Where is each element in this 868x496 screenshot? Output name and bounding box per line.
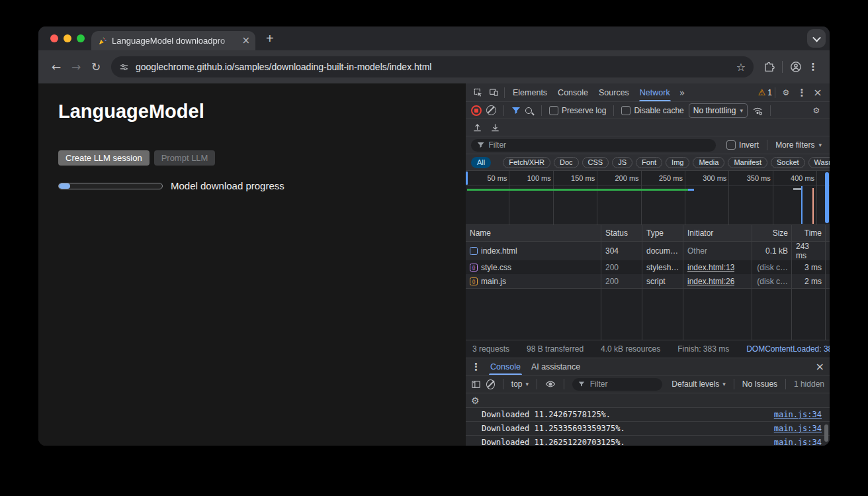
prompt-llm-button[interactable]: Prompt LLM — [154, 150, 216, 166]
close-window-button[interactable] — [50, 34, 58, 42]
chip-css[interactable]: CSS — [582, 157, 609, 168]
tab-elements[interactable]: Elements — [507, 83, 552, 101]
drawer-close-icon[interactable]: × — [816, 360, 824, 373]
chip-img[interactable]: Img — [666, 157, 689, 168]
tab-close-icon[interactable]: × — [241, 36, 250, 46]
browser-menu-kebab-icon[interactable]: ⋮ — [804, 61, 822, 73]
console-settings-row: ⚙ — [466, 393, 830, 408]
forward-button[interactable]: → — [66, 60, 86, 74]
search-icon[interactable] — [525, 107, 532, 114]
console-filter-input[interactable] — [589, 379, 657, 389]
source-link[interactable]: main.js:34 — [774, 424, 822, 433]
column-header-name[interactable]: Name — [466, 225, 601, 241]
tab-console[interactable]: Console — [552, 83, 593, 101]
device-toolbar-icon[interactable] — [486, 86, 501, 99]
separator — [775, 87, 775, 98]
devtools-menu-kebab-icon[interactable]: ⋮ — [794, 86, 810, 99]
source-link[interactable]: main.js:34 — [774, 438, 822, 446]
checkbox[interactable] — [726, 140, 736, 150]
chip-manifest[interactable]: Manifest — [728, 157, 767, 168]
network-filter-input[interactable] — [488, 140, 710, 150]
live-expression-eye-icon[interactable] — [545, 379, 556, 389]
tick-label: 150 ms — [571, 174, 595, 182]
column-header-time[interactable]: Time — [792, 225, 826, 241]
issues-status[interactable]: No Issues — [742, 379, 777, 389]
chip-media[interactable]: Media — [693, 157, 724, 168]
separator — [503, 105, 504, 116]
tab-sources[interactable]: Sources — [593, 83, 634, 101]
preserve-log-checkbox[interactable]: Preserve log — [549, 106, 606, 115]
more-panels-icon[interactable]: » — [675, 87, 689, 98]
drawer-menu-kebab-icon[interactable]: ⋮ — [471, 361, 481, 373]
clear-console-icon[interactable] — [486, 379, 495, 389]
context-selector[interactable]: top ▾ — [511, 379, 529, 389]
record-network-log-button[interactable] — [471, 105, 482, 116]
request-type: script — [646, 277, 666, 286]
import-har-icon[interactable] — [472, 123, 482, 132]
network-overview-timeline[interactable]: 50 ms 100 ms 150 ms 200 ms 250 ms 300 ms… — [466, 171, 830, 225]
checkbox[interactable] — [549, 106, 558, 115]
chip-socket[interactable]: Socket — [771, 157, 805, 168]
console-message[interactable]: Downloaded 11.26251220703125%. main.js:3… — [466, 436, 830, 446]
network-conditions-icon[interactable] — [752, 105, 763, 116]
log-levels-dropdown[interactable]: Default levels ▾ — [672, 379, 726, 389]
request-row-index-html[interactable]: index.html 304 docum… Other 0.1 kB 243 m… — [466, 242, 830, 260]
devtools-settings-gear-icon[interactable]: ⚙ — [778, 86, 794, 99]
invert-checkbox[interactable]: Invert — [726, 140, 759, 150]
console-message[interactable]: Downloaded 11.25335693359375%. main.js:3… — [466, 422, 830, 436]
more-filters-dropdown[interactable]: More filters ▾ — [775, 140, 824, 150]
column-header-status[interactable]: Status — [601, 225, 642, 241]
chip-all[interactable]: All — [471, 157, 491, 168]
warning-icon: ⚠ — [758, 87, 766, 97]
chip-wasm[interactable]: Wasm — [808, 157, 830, 168]
browser-window: LanguageModel downloadpro × + ← → ↻ goog… — [38, 26, 830, 446]
scrollbar-thumb[interactable] — [824, 424, 828, 442]
browser-tab[interactable]: LanguageModel downloadpro × — [91, 31, 255, 50]
back-button[interactable]: ← — [46, 60, 66, 74]
bookmark-star-icon[interactable]: ☆ — [736, 61, 746, 74]
inspect-element-icon[interactable] — [470, 86, 486, 99]
tick-label: 50 ms — [487, 174, 507, 182]
drawer-tab-ai-assistance[interactable]: AI assistance — [530, 358, 582, 375]
filter-toggle-icon[interactable] — [511, 106, 521, 115]
network-settings-gear-icon[interactable]: ⚙ — [808, 104, 824, 117]
export-har-icon[interactable] — [490, 123, 500, 132]
message-text: Downloaded 11.26251220703125%. — [482, 438, 625, 446]
column-header-size[interactable]: Size — [752, 225, 792, 241]
chip-js[interactable]: JS — [612, 157, 632, 168]
console-message[interactable]: Downloaded 11.24267578125%. main.js:34 — [466, 408, 830, 422]
reload-button[interactable]: ↻ — [86, 60, 106, 74]
disable-cache-checkbox[interactable]: Disable cache — [621, 106, 683, 115]
initiator-link[interactable]: index.html:26 — [687, 277, 734, 286]
devtools-close-icon[interactable]: × — [810, 86, 826, 99]
profile-avatar-icon[interactable] — [787, 61, 804, 73]
checkbox[interactable] — [621, 106, 630, 115]
initiator-link[interactable]: index.html:13 — [687, 263, 734, 272]
minimize-window-button[interactable] — [64, 34, 71, 42]
tick-label: 200 ms — [615, 174, 638, 182]
chip-font[interactable]: Font — [636, 157, 662, 168]
chip-fetch-xhr[interactable]: Fetch/XHR — [503, 157, 550, 168]
console-sidebar-toggle-icon[interactable] — [471, 379, 481, 389]
request-row-style-css[interactable]: {}style.css 200 stylesh… index.html:13 (… — [466, 260, 830, 274]
issues-badge[interactable]: ⚠ 1 — [758, 87, 772, 97]
source-link[interactable]: main.js:34 — [774, 410, 822, 419]
hidden-messages-count[interactable]: 1 hidden — [794, 379, 824, 389]
console-settings-gear-icon[interactable]: ⚙ — [471, 395, 480, 406]
site-settings-icon[interactable] — [119, 62, 129, 72]
address-bar[interactable]: googlechrome.github.io/samples/downloadi… — [111, 56, 754, 77]
create-llm-session-button[interactable]: Create LLM session — [58, 150, 150, 166]
maximize-window-button[interactable] — [77, 34, 85, 42]
column-header-type[interactable]: Type — [642, 225, 683, 241]
extensions-puzzle-icon[interactable] — [760, 62, 777, 73]
column-header-initiator[interactable]: Initiator — [683, 225, 752, 241]
tab-network[interactable]: Network — [634, 83, 675, 101]
chip-doc[interactable]: Doc — [554, 157, 579, 168]
new-tab-button[interactable]: + — [266, 32, 274, 45]
tab-search-button[interactable] — [807, 29, 826, 48]
clear-network-log-icon[interactable] — [486, 105, 496, 115]
drawer-tab-console[interactable]: Console — [489, 358, 522, 375]
download-progress-row: Model download progress — [58, 180, 466, 191]
throttling-dropdown[interactable]: No throttling ▾ — [689, 103, 748, 118]
request-row-main-js[interactable]: ()main.js 200 script index.html:26 (disk… — [466, 274, 830, 288]
